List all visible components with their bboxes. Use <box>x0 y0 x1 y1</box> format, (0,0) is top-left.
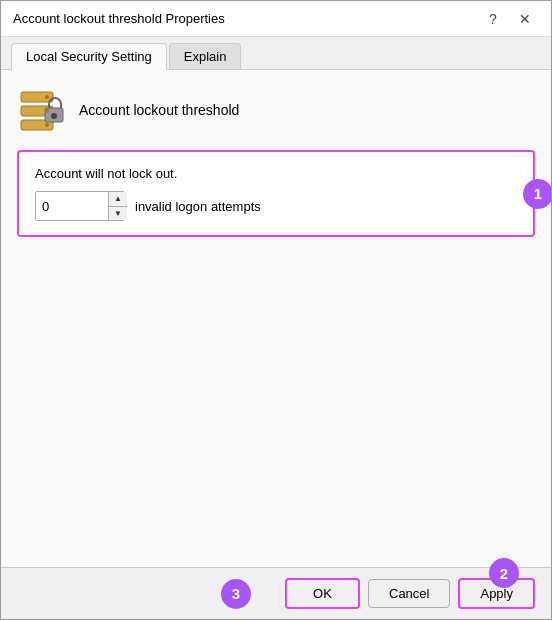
policy-title: Account lockout threshold <box>79 102 239 118</box>
svg-point-5 <box>45 95 49 99</box>
tab-local-security[interactable]: Local Security Setting <box>11 43 167 70</box>
properties-window: Account lockout threshold Properties ? ✕… <box>0 0 552 620</box>
setting-label: Account will not lock out. <box>35 166 517 181</box>
setting-box: Account will not lock out. ▲ ▼ invalid l… <box>17 150 535 237</box>
setting-help-text: invalid logon attempts <box>135 199 261 214</box>
tab-bar: Local Security Setting Explain <box>1 37 551 70</box>
spinner-up-button[interactable]: ▲ <box>109 192 127 207</box>
setting-input-row: ▲ ▼ invalid logon attempts <box>35 191 517 221</box>
footer: 3 OK Cancel 2 Apply <box>1 567 551 619</box>
close-button[interactable]: ✕ <box>511 8 539 30</box>
spacer <box>17 253 535 551</box>
badge-1: 1 <box>523 179 551 209</box>
spinner-buttons: ▲ ▼ <box>108 192 127 220</box>
spinner-wrapper: ▲ ▼ <box>35 191 125 221</box>
window-title: Account lockout threshold Properties <box>13 11 225 26</box>
ok-button[interactable]: OK <box>285 578 360 609</box>
svg-point-7 <box>45 123 49 127</box>
spinner-down-button[interactable]: ▼ <box>109 207 127 221</box>
policy-header: Account lockout threshold <box>17 86 535 134</box>
tab-explain[interactable]: Explain <box>169 43 242 69</box>
help-button[interactable]: ? <box>479 8 507 30</box>
cancel-button[interactable]: Cancel <box>368 579 450 608</box>
title-bar-left: Account lockout threshold Properties <box>13 11 225 26</box>
lockout-threshold-input[interactable] <box>36 192 108 220</box>
content-area: Account lockout threshold Account will n… <box>1 70 551 567</box>
title-bar: Account lockout threshold Properties ? ✕ <box>1 1 551 37</box>
badge-3: 3 <box>221 579 251 609</box>
svg-point-4 <box>51 113 57 119</box>
badge-2: 2 <box>489 558 519 588</box>
title-controls: ? ✕ <box>479 8 539 30</box>
svg-point-6 <box>45 109 49 113</box>
policy-icon <box>17 86 65 134</box>
